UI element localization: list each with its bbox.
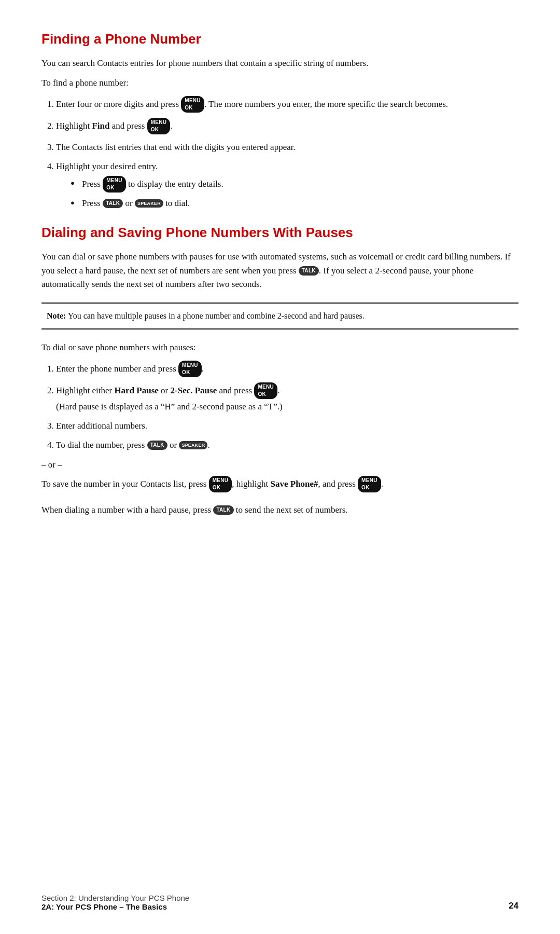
footer-section-label: Section 2: Understanding Your PCS Phone — [41, 894, 189, 902]
section-finding-phone-number: Finding a Phone Number You can search Co… — [41, 31, 519, 210]
section1-step1: Enter four or more digits and press MENU… — [56, 97, 519, 113]
or-line: – or – — [41, 458, 519, 472]
footer-subsection-label: 2A: Your PCS Phone – The Basics — [41, 902, 167, 911]
save-text-mid2: , and press — [318, 478, 358, 488]
menu-ok-btn-3: MENUOK — [103, 176, 126, 193]
section2-step3: Enter additional numbers. — [56, 419, 519, 433]
closing-text: When dialing a number with a hard pause,… — [41, 503, 519, 517]
section2-intro: You can dial or save phone numbers with … — [41, 250, 519, 291]
speaker-btn-1: SPEAKER — [135, 199, 163, 208]
menu-ok-btn-6: MENUOK — [209, 476, 232, 492]
note-box: Note: You can have multiple pauses in a … — [41, 303, 519, 329]
note-bold: Note: — [47, 311, 66, 320]
save-text-before: To save the number in your Contacts list… — [41, 478, 209, 488]
section2-steps: Enter the phone number and press MENUOK.… — [56, 361, 519, 452]
closing-after: to send the next set of numbers. — [234, 505, 348, 515]
talk-btn-closing: TALK — [213, 505, 233, 515]
note-text: You can have multiple pauses in a phone … — [66, 311, 364, 320]
section-dialing-saving: Dialing and Saving Phone Numbers With Pa… — [41, 225, 519, 517]
bullet1-text-before: Press — [82, 179, 103, 189]
s2-step4-mid: or — [167, 440, 179, 450]
talk-btn-1: TALK — [103, 199, 123, 208]
s2-step2-before: Highlight either Hard Pause or 2-Sec. Pa… — [56, 386, 254, 395]
section1-intro: You can search Contacts entries for phon… — [41, 57, 519, 70]
menu-ok-btn-5: MENUOK — [254, 382, 277, 399]
bullet1-text-after: to display the entry details. — [126, 179, 223, 189]
save-phone-bold: Save Phone# — [271, 478, 318, 488]
section2-step2: Highlight either Hard Pause or 2-Sec. Pa… — [56, 383, 519, 414]
s2-step1-after: . — [202, 364, 204, 374]
footer-left: Section 2: Understanding Your PCS Phone … — [41, 894, 189, 911]
section2-step4: To dial the number, press TALK or SPEAKE… — [56, 438, 519, 452]
talk-btn-intro: TALK — [299, 266, 319, 276]
page-footer: Section 2: Understanding Your PCS Phone … — [41, 894, 519, 911]
section1-steps: Enter four or more digits and press MENU… — [56, 97, 519, 211]
section1-step3: The Contacts list entries that end with … — [56, 140, 519, 154]
section1-to-find: To find a phone number: — [41, 76, 519, 90]
save-text-mid: , highlight — [232, 478, 270, 488]
section1-step2: Highlight Find and press MENUOK. — [56, 118, 519, 135]
save-text: To save the number in your Contacts list… — [41, 476, 519, 493]
closing-before: When dialing a number with a hard pause,… — [41, 505, 213, 515]
bullet2-text-before: Press — [82, 198, 103, 208]
footer-page-number: 24 — [509, 901, 519, 911]
speaker-btn-2: SPEAKER — [179, 441, 207, 450]
section1-step4: Highlight your desired entry. Press MENU… — [56, 159, 519, 210]
s2-step2-sub: (Hard pause is displayed as a “H” and 2-… — [56, 402, 283, 411]
talk-btn-2: TALK — [147, 441, 167, 450]
bullet2: Press TALK or SPEAKER to dial. — [71, 196, 519, 210]
menu-ok-btn-4: MENUOK — [178, 361, 202, 377]
step1-text-after: . The more numbers you enter, the more s… — [204, 99, 448, 109]
save-text-after: . — [381, 478, 383, 488]
s2-step4-after: . — [207, 440, 209, 450]
section2-step1: Enter the phone number and press MENUOK. — [56, 361, 519, 378]
bullet1: Press MENUOK to display the entry detail… — [71, 176, 519, 193]
section1-title: Finding a Phone Number — [41, 31, 519, 47]
section2-to-dial: To dial or save phone numbers with pause… — [41, 341, 519, 354]
bullet2-text-mid: or — [123, 198, 135, 208]
step2-text-before: Highlight Find and press — [56, 121, 147, 131]
step4-text: Highlight your desired entry. — [56, 161, 158, 171]
s2-step2-after: . — [277, 386, 279, 395]
bullet2-text-after: to dial. — [163, 198, 190, 208]
s2-step4-before: To dial the number, press — [56, 440, 147, 450]
s2-step1-before: Enter the phone number and press — [56, 364, 178, 374]
section1-bullets: Press MENUOK to display the entry detail… — [71, 176, 519, 210]
menu-ok-btn-2: MENUOK — [147, 118, 171, 134]
step1-text-before: Enter four or more digits and press — [56, 99, 181, 109]
step2-text-after: . — [170, 121, 172, 131]
menu-ok-btn-1: MENUOK — [181, 96, 204, 113]
menu-ok-btn-7: MENUOK — [358, 476, 381, 492]
section2-title: Dialing and Saving Phone Numbers With Pa… — [41, 225, 519, 241]
step3-text: The Contacts list entries that end with … — [56, 142, 296, 152]
s2-step3-text: Enter additional numbers. — [56, 421, 147, 431]
